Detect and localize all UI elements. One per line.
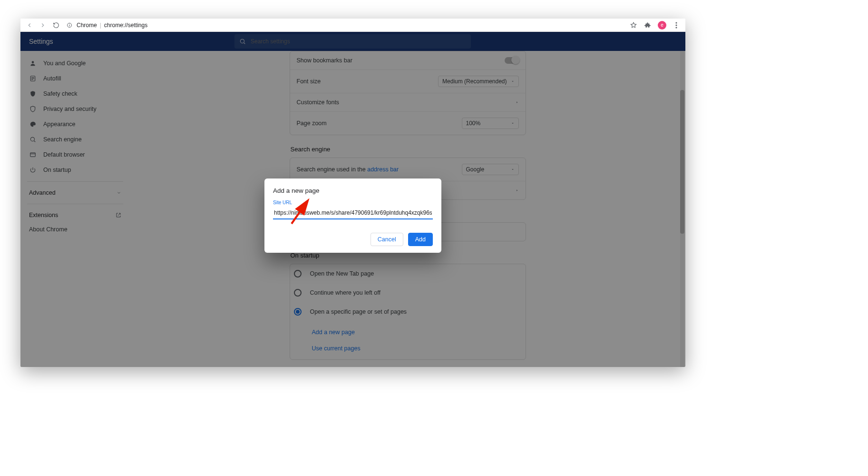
add-button[interactable]: Add <box>408 233 433 246</box>
svg-point-5 <box>675 27 677 28</box>
nav-back-icon[interactable] <box>25 21 34 30</box>
add-page-modal: Add a new page Site URL Cancel Add <box>264 178 441 253</box>
site-url-field[interactable] <box>273 206 433 219</box>
modal-title: Add a new page <box>273 187 433 194</box>
svg-point-3 <box>675 22 677 23</box>
cancel-button[interactable]: Cancel <box>371 233 403 246</box>
svg-point-4 <box>675 24 677 26</box>
browser-menu-icon[interactable] <box>672 21 681 30</box>
field-label: Site URL <box>273 200 433 205</box>
modal-scrim: Add a new page Site URL Cancel Add <box>20 32 685 367</box>
site-url-input[interactable] <box>274 209 432 216</box>
nav-reload-icon[interactable] <box>52 21 60 30</box>
profile-avatar[interactable]: e <box>658 21 666 30</box>
address-bar[interactable]: Chrome | chrome://settings <box>65 21 624 30</box>
url-text: chrome://settings <box>104 22 147 29</box>
site-info-icon[interactable] <box>65 21 74 30</box>
bookmark-star-icon[interactable] <box>629 21 638 30</box>
browser-chrome-bar: Chrome | chrome://settings e <box>20 19 685 32</box>
svg-rect-1 <box>69 25 70 27</box>
extensions-puzzle-icon[interactable] <box>644 21 652 30</box>
url-scheme: Chrome <box>77 22 97 29</box>
nav-forward-icon[interactable] <box>39 21 47 30</box>
separator: | <box>100 22 101 29</box>
svg-rect-2 <box>69 24 70 24</box>
